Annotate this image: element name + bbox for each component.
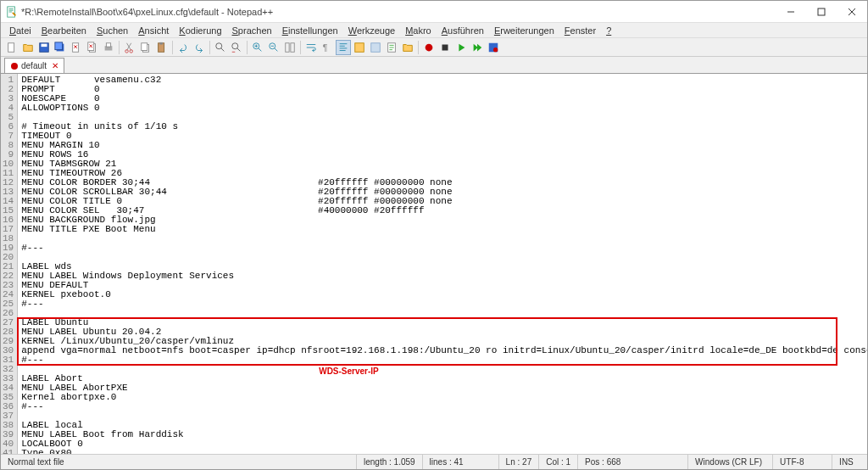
status-bar: Normal text file length : 1.059 lines : … (1, 454, 867, 469)
status-mode: INS (832, 455, 866, 469)
menu-item-ansicht[interactable]: Ansicht (133, 24, 174, 37)
copy-button[interactable] (138, 40, 153, 55)
code-line[interactable] (21, 411, 867, 421)
svg-rect-25 (355, 42, 364, 52)
code-line[interactable]: #--- (21, 243, 867, 253)
sync-scroll-button[interactable] (282, 40, 298, 55)
code-line[interactable]: # Timeout in units of 1/10 s (21, 122, 867, 131)
maximize-button[interactable] (806, 2, 837, 22)
code-line[interactable]: NOESCAPE 0 (21, 94, 867, 104)
save-button[interactable] (36, 40, 52, 55)
menu-item-einstellungen[interactable]: Einstellungen (277, 24, 343, 37)
menu-item-sprachen[interactable]: Sprachen (227, 24, 277, 37)
close-all-button[interactable] (85, 40, 100, 55)
record-macro-button[interactable] (421, 40, 437, 55)
svg-rect-7 (73, 42, 79, 52)
save-macro-button[interactable] (486, 40, 501, 55)
code-line[interactable]: MENU DEFAULT (21, 281, 867, 290)
menu-item-ausführen[interactable]: Ausführen (437, 24, 489, 37)
menu-item-suchen[interactable]: Suchen (92, 24, 133, 37)
status-pos: Pos : 668 (578, 455, 688, 469)
paste-button[interactable] (154, 40, 170, 55)
menu-item-datei[interactable]: Datei (4, 24, 36, 37)
open-file-button[interactable] (20, 40, 36, 55)
minimize-button[interactable] (776, 2, 806, 22)
menu-item-fenster[interactable]: Fenster (559, 24, 601, 37)
code-line[interactable]: DEFAULT vesamenu.c32 (21, 76, 867, 85)
code-line[interactable]: MENU TABMSGROW 21 (21, 159, 867, 169)
app-icon (6, 6, 18, 18)
show-chars-button[interactable]: ¶ (320, 40, 335, 55)
menu-item-werkzeuge[interactable]: Werkzeuge (343, 24, 400, 37)
code-line[interactable]: LOCALBOOT 0 (21, 439, 867, 449)
indent-guide-button[interactable] (336, 40, 351, 55)
close-button[interactable] (837, 2, 867, 22)
code-line[interactable]: TIMEOUT 0 (21, 131, 867, 141)
svg-rect-22 (286, 42, 289, 52)
svg-rect-23 (291, 42, 294, 52)
code-line[interactable]: #--- (21, 299, 867, 309)
code-line[interactable]: KERNEL pxeboot.0 (21, 290, 867, 299)
svg-rect-17 (159, 42, 163, 44)
code-line[interactable]: LABEL Abort (21, 374, 867, 383)
play-macro-button[interactable] (453, 40, 469, 55)
code-line[interactable] (21, 234, 867, 243)
code-line[interactable]: MENU LABEL Windows Deployment Services (21, 271, 867, 281)
svg-rect-29 (442, 44, 448, 50)
cut-button[interactable] (122, 40, 137, 55)
window-title: *R:\RemoteInstall\Boot\x64\pxeLinux.cfg\… (21, 7, 776, 17)
code-line[interactable]: Type 0x80 (21, 449, 867, 454)
code-line[interactable]: #--- (21, 355, 867, 365)
play-multi-button[interactable] (470, 40, 485, 55)
find-button[interactable] (213, 40, 228, 55)
function-list-button[interactable] (384, 40, 399, 55)
code-line[interactable]: MENU MARGIN 10 (21, 141, 867, 150)
tab-label: default (21, 61, 47, 70)
svg-point-28 (426, 43, 433, 51)
svg-rect-11 (106, 42, 110, 46)
zoom-in-button[interactable] (250, 40, 265, 55)
close-file-button[interactable] (69, 40, 84, 55)
stop-macro-button[interactable] (437, 40, 453, 55)
undo-button[interactable] (175, 40, 191, 55)
code-line[interactable]: Kernel abortpxe.0 (21, 393, 867, 402)
file-tab[interactable]: default ✕ (4, 58, 64, 73)
code-line[interactable]: #--- (21, 402, 867, 411)
code-line[interactable]: append vga=normal netboot=nfs boot=caspe… (21, 346, 867, 355)
toolbar: ¶ (1, 38, 867, 57)
word-wrap-button[interactable] (303, 40, 319, 55)
new-file-button[interactable] (4, 40, 19, 55)
modified-icon (10, 62, 19, 70)
code-line[interactable] (21, 253, 867, 262)
menu-item-erweiterungen[interactable]: Erweiterungen (489, 24, 559, 37)
code-line[interactable]: MENU LABEL Boot from Harddisk (21, 430, 867, 439)
user-lang-button[interactable] (352, 40, 367, 55)
menu-item-?[interactable]: ? (601, 24, 616, 37)
print-button[interactable] (101, 40, 116, 55)
svg-rect-2 (8, 42, 14, 52)
code-line[interactable]: MENU TITLE PXE Boot Menu (21, 225, 867, 234)
code-line[interactable]: MENU LABEL AbortPXE (21, 383, 867, 393)
code-line[interactable] (21, 365, 867, 374)
menu-item-bearbeiten[interactable]: Bearbeiten (36, 24, 92, 37)
status-encoding: UTF-8 (773, 455, 832, 469)
doc-map-button[interactable] (368, 40, 383, 55)
save-all-button[interactable] (53, 40, 68, 55)
tab-bar: default ✕ (1, 57, 867, 74)
code-line[interactable]: MENU ROWS 16 (21, 150, 867, 159)
replace-button[interactable] (229, 40, 244, 55)
svg-rect-26 (371, 42, 381, 52)
menu-item-makro[interactable]: Makro (400, 24, 437, 37)
folder-button[interactable] (400, 40, 415, 55)
tab-close-icon[interactable]: ✕ (52, 61, 58, 70)
code-line[interactable]: ALLOWOPTIONS 0 (21, 104, 867, 113)
code-line[interactable]: PROMPT 0 (21, 85, 867, 94)
zoom-out-button[interactable] (266, 40, 281, 55)
editor-area[interactable]: 1234567891011121314151617181920212223242… (1, 74, 867, 454)
code-content[interactable]: WDS-Server-IP DEFAULT vesamenu.c32PROMPT… (18, 74, 867, 454)
code-line[interactable] (21, 309, 867, 318)
title-bar: *R:\RemoteInstall\Boot\x64\pxeLinux.cfg\… (1, 1, 867, 23)
status-eol: Windows (CR LF) (688, 455, 773, 469)
menu-item-kodierung[interactable]: Kodierung (174, 24, 226, 37)
redo-button[interactable] (192, 40, 207, 55)
